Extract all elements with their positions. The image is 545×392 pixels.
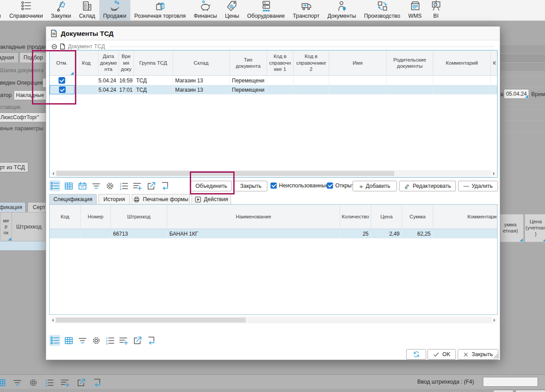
checkbox-checked[interactable] [59, 86, 66, 93]
list-view-icon[interactable] [49, 335, 60, 346]
background-tab-specification[interactable]: ификация [0, 202, 26, 212]
merge-button[interactable]: Объединить [191, 181, 232, 191]
column-header-quantity[interactable]: Количество [340, 205, 371, 229]
specification-row-selected[interactable]: 66713 БАНАН 1КГ 25 2,49 62,25 [50, 229, 497, 238]
tab-print-forms[interactable]: Печатные формы [132, 194, 190, 204]
return-loop-icon[interactable] [91, 377, 102, 388]
collapse-icon[interactable] [51, 44, 57, 50]
grid-view-icon[interactable] [63, 335, 74, 346]
settings-gear-icon[interactable] [90, 335, 102, 346]
unused-checkbox[interactable]: Неиспользованные [271, 182, 329, 189]
background-tab-certificates[interactable]: Серт [27, 202, 46, 212]
open-external-icon[interactable] [132, 335, 143, 346]
ribbon-item-transport[interactable]: Транспорт [289, 0, 323, 20]
column-header-name[interactable]: Имя [329, 50, 387, 75]
ribbon-item-warehouse[interactable]: Склад [75, 0, 99, 20]
scrollbar-thumb[interactable] [56, 171, 394, 176]
ribbon-item-bi[interactable]: BI [426, 0, 446, 20]
close-list-button[interactable]: Закрыть [234, 181, 267, 191]
background-date-field[interactable]: 05.04.24 [504, 89, 529, 99]
ok-button[interactable]: OK [427, 349, 456, 360]
column-header-ref-code-2[interactable]: Код в справочнике 2 [294, 50, 329, 75]
grid-view-icon[interactable] [63, 180, 74, 191]
barcode-input[interactable] [483, 377, 538, 387]
ribbon-item-wms[interactable]: WMS [404, 0, 426, 20]
background-column-price-accounting[interactable]: Цена (учетная ) [525, 214, 545, 242]
scroll-left-arrow[interactable] [50, 170, 55, 177]
specification-table-hscrollbar[interactable] [50, 317, 497, 323]
column-header-cut[interactable]: К [491, 50, 498, 75]
open-checkbox[interactable]: Открыт [327, 182, 354, 189]
add-to-list-icon[interactable] [118, 335, 129, 346]
scrollbar-track[interactable] [55, 170, 491, 177]
column-header-warehouse[interactable]: Склад [173, 50, 230, 75]
cell-marked[interactable] [50, 85, 74, 94]
documents-table-hscrollbar[interactable] [50, 170, 497, 177]
column-header-ref-code-1[interactable]: Код в справочнике 1 [267, 50, 294, 75]
column-header-comment[interactable]: Комментарий [433, 50, 491, 75]
column-header-code[interactable]: Код [50, 205, 81, 229]
return-loop-icon[interactable] [145, 335, 157, 346]
calendar-view-icon[interactable] [77, 180, 88, 191]
close-dialog-button[interactable]: Закрыть [458, 349, 498, 360]
scroll-right-arrow[interactable] [491, 170, 497, 177]
edit-button[interactable]: Редактировать [399, 181, 456, 191]
settings-gear-icon[interactable] [27, 377, 39, 388]
numbered-list-icon[interactable]: 123 [118, 180, 129, 191]
column-header-comment[interactable]: Комментари [433, 205, 498, 229]
grid-view-icon[interactable] [0, 377, 7, 388]
column-header-product-name[interactable]: Наименование [167, 205, 340, 229]
column-header-sum[interactable]: Сумма [402, 205, 433, 229]
background-operator-field[interactable]: Накладные (п [14, 90, 46, 100]
ribbon-item-equipment[interactable]: Оборудование [243, 0, 289, 20]
document-row-selected[interactable]: 05.04.24 17:01 ТСД Магазин 13 Перемещени [50, 85, 497, 94]
column-header-tsd-group[interactable]: Группа ТСД [134, 50, 173, 75]
background-column-barcode[interactable]: Штрихкод [12, 212, 46, 241]
column-header-code[interactable]: Код [74, 50, 98, 75]
tab-specification[interactable]: Спецификация [49, 194, 97, 204]
document-row[interactable]: 05.04.24 16:59 ТСД Магазин 13 Перемещени [50, 76, 497, 85]
scroll-right-arrow[interactable] [492, 317, 497, 323]
background-supplier-field[interactable]: ЛюксСофтТорг" [0, 113, 46, 122]
ribbon-item-production[interactable]: Производство [360, 0, 404, 20]
ribbon-item-references[interactable]: Справочники [5, 0, 47, 20]
open-external-icon[interactable] [75, 377, 86, 388]
ribbon-item-finance[interactable]: Финансы [190, 0, 221, 20]
background-tab-invoice[interactable]: адная [0, 52, 19, 62]
column-header-parent-docs[interactable]: Родительские документы [387, 50, 433, 75]
column-header-number[interactable]: Номер [81, 205, 111, 229]
background-import-tsd-button[interactable]: орт из ТСД [0, 162, 28, 172]
background-column-number[interactable]: ме р ок [0, 212, 12, 241]
column-header-marked[interactable]: Отм. [50, 50, 74, 75]
checkbox-checked[interactable] [327, 182, 333, 189]
tab-actions[interactable]: Действия [192, 194, 231, 204]
checkbox-checked[interactable] [271, 182, 277, 189]
add-to-list-icon[interactable] [59, 377, 71, 388]
settings-gear-icon[interactable] [104, 180, 115, 191]
column-header-doc-type[interactable]: Тип документа [230, 50, 267, 75]
background-column-sum-accounting[interactable]: умма етная) [500, 214, 524, 242]
numbered-list-icon[interactable]: 123 [43, 377, 55, 388]
filter-icon[interactable] [90, 180, 102, 191]
delete-button[interactable]: —Удалить [458, 181, 498, 191]
scrollbar-thumb[interactable] [56, 318, 246, 322]
refresh-button[interactable] [406, 349, 426, 360]
checkbox-checked[interactable] [59, 77, 65, 84]
add-button[interactable]: +Добавить [353, 181, 397, 191]
background-tab-pick[interactable]: Подбор [20, 52, 46, 62]
scroll-left-arrow[interactable] [50, 317, 55, 323]
open-external-icon[interactable] [145, 180, 157, 191]
return-loop-icon[interactable] [159, 180, 170, 191]
ribbon-item-retail[interactable]: Розничная торговля [130, 0, 190, 20]
numbered-list-icon[interactable]: 123 [104, 335, 115, 346]
column-header-doc-time[interactable]: Время доку [119, 50, 134, 75]
column-header-price[interactable]: Цена [371, 205, 402, 229]
ribbon-item-prices[interactable]: $ Цены [221, 0, 243, 20]
list-view-icon[interactable] [49, 180, 60, 191]
filter-icon[interactable] [77, 335, 88, 346]
column-header-barcode[interactable]: Штрихкод [111, 205, 167, 229]
ribbon-item-sales[interactable]: Продажи [99, 0, 130, 20]
ribbon-item-purchases[interactable]: Закупки [47, 0, 75, 20]
scrollbar-track[interactable] [55, 317, 492, 323]
ribbon-item-desktop[interactable]: стол [0, 0, 5, 20]
